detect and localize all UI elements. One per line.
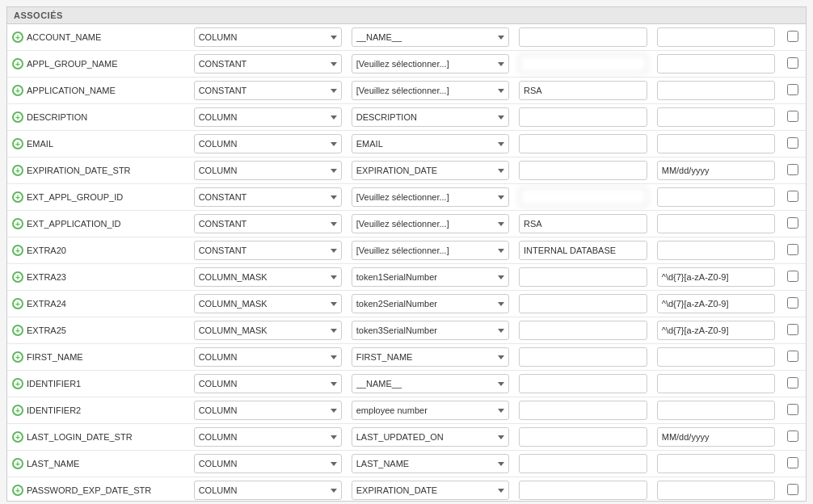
val1-input-APPLICATION_NAME[interactable]	[519, 81, 647, 100]
val2-input-EXTRA20[interactable]	[657, 241, 776, 260]
type-select-FIRST_NAME[interactable]: COLUMNCONSTANTCOLUMN_MASK	[194, 347, 342, 367]
add-icon-EXPIRATION_DATE_STR[interactable]: +	[12, 165, 23, 176]
val2-input-IDENTIFIER1[interactable]	[657, 374, 776, 393]
type-select-ACCOUNT_NAME[interactable]: COLUMNCONSTANTCOLUMN_MASK	[194, 27, 342, 47]
add-icon-EXT_APPLICATION_ID[interactable]: +	[12, 218, 23, 229]
add-icon-FIRST_NAME[interactable]: +	[12, 351, 23, 363]
type-select-EXTRA24[interactable]: COLUMNCONSTANTCOLUMN_MASK	[194, 294, 342, 313]
type-select-DESCRIPTION[interactable]: COLUMNCONSTANTCOLUMN_MASK	[194, 107, 342, 127]
checkbox-EXTRA23[interactable]	[787, 271, 798, 282]
val2-input-APPLICATION_NAME[interactable]	[657, 81, 776, 100]
type-select-EXT_APPL_GROUP_ID[interactable]: COLUMNCONSTANTCOLUMN_MASK	[194, 187, 342, 207]
source-select-EXT_APPLICATION_ID[interactable]: [Veuillez sélectionner...]	[352, 214, 509, 233]
source-select-APPL_GROUP_NAME[interactable]: [Veuillez sélectionner...]	[352, 54, 509, 74]
val1-input-DESCRIPTION[interactable]	[519, 107, 647, 127]
checkbox-PASSWORD_EXP_DATE_STR[interactable]	[787, 484, 798, 495]
checkbox-EXTRA25[interactable]	[787, 324, 798, 335]
checkbox-EXT_APPL_GROUP_ID[interactable]	[787, 191, 798, 202]
add-icon-EXTRA24[interactable]: +	[12, 298, 23, 309]
add-icon-EXTRA25[interactable]: +	[12, 325, 23, 336]
source-select-LAST_NAME[interactable]: LAST_NAME	[352, 454, 509, 473]
val2-input-DESCRIPTION[interactable]	[657, 107, 776, 127]
add-icon-APPLICATION_NAME[interactable]: +	[12, 85, 23, 96]
type-select-IDENTIFIER2[interactable]: COLUMNCONSTANTCOLUMN_MASK	[194, 401, 342, 420]
type-select-EXTRA23[interactable]: COLUMNCONSTANTCOLUMN_MASK	[194, 267, 342, 287]
source-select-ACCOUNT_NAME[interactable]: __NAME__	[352, 27, 509, 47]
val1-input-IDENTIFIER2[interactable]	[519, 401, 647, 420]
checkbox-DESCRIPTION[interactable]	[787, 111, 798, 122]
checkbox-EXPIRATION_DATE_STR[interactable]	[787, 164, 798, 175]
add-icon-EXTRA23[interactable]: +	[12, 271, 23, 283]
checkbox-APPL_GROUP_NAME[interactable]	[787, 57, 798, 69]
type-select-LAST_NAME[interactable]: COLUMNCONSTANTCOLUMN_MASK	[194, 454, 342, 473]
type-select-APPLICATION_NAME[interactable]: COLUMNCONSTANTCOLUMN_MASK	[194, 81, 342, 100]
add-icon-LAST_LOGIN_DATE_STR[interactable]: +	[12, 431, 23, 443]
source-select-EMAIL[interactable]: EMAIL	[352, 134, 509, 153]
source-select-EXTRA25[interactable]: token3SerialNumber	[352, 321, 509, 340]
checkbox-ACCOUNT_NAME[interactable]	[787, 31, 798, 42]
val1-input-EXTRA23[interactable]	[519, 267, 647, 287]
source-select-EXTRA24[interactable]: token2SerialNumber	[352, 294, 509, 313]
val2-input-EXTRA23[interactable]	[657, 267, 776, 287]
add-icon-ACCOUNT_NAME[interactable]: +	[12, 32, 23, 43]
val1-input-EMAIL[interactable]	[519, 134, 647, 153]
val1-input-EXTRA25[interactable]	[519, 321, 647, 340]
add-icon-LAST_NAME[interactable]: +	[12, 458, 23, 469]
source-select-DESCRIPTION[interactable]: DESCRIPTION	[352, 107, 509, 127]
source-select-EXPIRATION_DATE_STR[interactable]: EXPIRATION_DATE	[352, 161, 509, 180]
val2-input-EXT_APPL_GROUP_ID[interactable]	[657, 187, 776, 207]
val2-input-EXT_APPLICATION_ID[interactable]	[657, 214, 776, 233]
val2-input-EXPIRATION_DATE_STR[interactable]	[657, 161, 776, 180]
type-select-PASSWORD_EXP_DATE_STR[interactable]: COLUMNCONSTANTCOLUMN_MASK	[194, 481, 342, 500]
source-select-IDENTIFIER2[interactable]: employee number	[352, 401, 509, 420]
source-select-FIRST_NAME[interactable]: FIRST_NAME	[352, 347, 509, 367]
type-select-EXTRA20[interactable]: COLUMNCONSTANTCOLUMN_MASK	[194, 241, 342, 260]
val1-input-APPL_GROUP_NAME[interactable]	[519, 54, 647, 74]
val1-input-ACCOUNT_NAME[interactable]	[519, 27, 647, 47]
val1-input-EXT_APPLICATION_ID[interactable]	[519, 214, 647, 233]
source-select-LAST_LOGIN_DATE_STR[interactable]: LAST_UPDATED_ON	[352, 427, 509, 447]
val2-input-EXTRA24[interactable]	[657, 294, 776, 313]
add-icon-IDENTIFIER1[interactable]: +	[12, 378, 23, 389]
source-select-APPLICATION_NAME[interactable]: [Veuillez sélectionner...]	[352, 81, 509, 100]
val1-input-LAST_NAME[interactable]	[519, 454, 647, 473]
type-select-EXTRA25[interactable]: COLUMNCONSTANTCOLUMN_MASK	[194, 321, 342, 340]
add-icon-APPL_GROUP_NAME[interactable]: +	[12, 58, 23, 69]
val2-input-IDENTIFIER2[interactable]	[657, 401, 776, 420]
checkbox-FIRST_NAME[interactable]	[787, 351, 798, 362]
type-select-IDENTIFIER1[interactable]: COLUMNCONSTANTCOLUMN_MASK	[194, 374, 342, 393]
type-select-APPL_GROUP_NAME[interactable]: COLUMNCONSTANTCOLUMN_MASK	[194, 54, 342, 74]
type-select-EXPIRATION_DATE_STR[interactable]: COLUMNCONSTANTCOLUMN_MASK	[194, 161, 342, 180]
add-icon-DESCRIPTION[interactable]: +	[12, 111, 23, 123]
add-icon-EMAIL[interactable]: +	[12, 138, 23, 149]
checkbox-LAST_NAME[interactable]	[787, 457, 798, 468]
val1-input-LAST_LOGIN_DATE_STR[interactable]	[519, 427, 647, 447]
source-select-PASSWORD_EXP_DATE_STR[interactable]: EXPIRATION_DATE	[352, 481, 509, 500]
checkbox-LAST_LOGIN_DATE_STR[interactable]	[787, 430, 798, 442]
checkbox-EMAIL[interactable]	[787, 137, 798, 149]
val2-input-FIRST_NAME[interactable]	[657, 347, 776, 367]
source-select-EXTRA23[interactable]: token1SerialNumber	[352, 267, 509, 287]
source-select-IDENTIFIER1[interactable]: __NAME__	[352, 374, 509, 393]
val1-input-EXT_APPL_GROUP_ID[interactable]	[519, 187, 647, 207]
val2-input-APPL_GROUP_NAME[interactable]	[657, 54, 776, 74]
checkbox-EXTRA24[interactable]	[787, 297, 798, 309]
val1-input-EXTRA24[interactable]	[519, 294, 647, 313]
checkbox-IDENTIFIER2[interactable]	[787, 404, 798, 415]
checkbox-APPLICATION_NAME[interactable]	[787, 84, 798, 95]
val1-input-FIRST_NAME[interactable]	[519, 347, 647, 367]
val1-input-IDENTIFIER1[interactable]	[519, 374, 647, 393]
add-icon-EXTRA20[interactable]: +	[12, 245, 23, 256]
val2-input-ACCOUNT_NAME[interactable]	[657, 27, 776, 47]
checkbox-IDENTIFIER1[interactable]	[787, 377, 798, 388]
source-select-EXTRA20[interactable]: [Veuillez sélectionner...]	[352, 241, 509, 260]
add-icon-IDENTIFIER2[interactable]: +	[12, 405, 23, 416]
type-select-LAST_LOGIN_DATE_STR[interactable]: COLUMNCONSTANTCOLUMN_MASK	[194, 427, 342, 447]
add-icon-PASSWORD_EXP_DATE_STR[interactable]: +	[12, 485, 23, 496]
val2-input-LAST_LOGIN_DATE_STR[interactable]	[657, 427, 776, 447]
checkbox-EXT_APPLICATION_ID[interactable]	[787, 217, 798, 229]
type-select-EXT_APPLICATION_ID[interactable]: COLUMNCONSTANTCOLUMN_MASK	[194, 214, 342, 233]
val1-input-PASSWORD_EXP_DATE_STR[interactable]	[519, 481, 647, 500]
val1-input-EXTRA20[interactable]	[519, 241, 647, 260]
val1-input-EXPIRATION_DATE_STR[interactable]	[519, 161, 647, 180]
